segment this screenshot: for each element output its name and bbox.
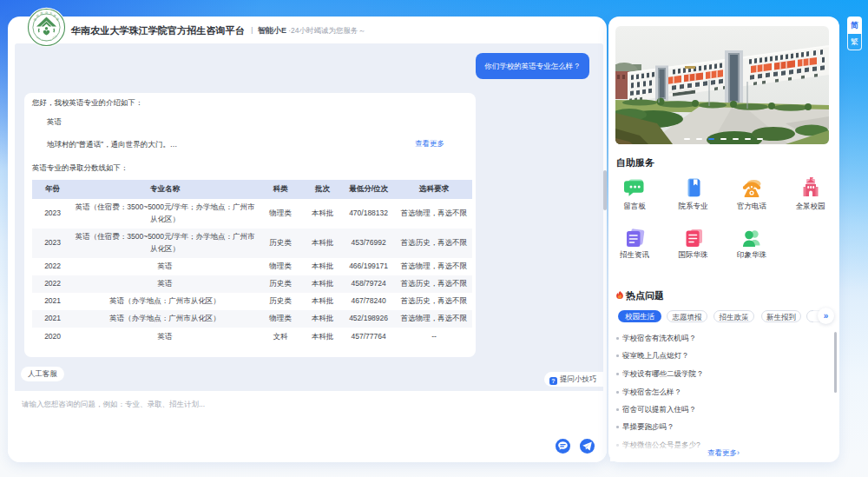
svg-text:业: 业 (45, 11, 49, 15)
svg-text:JIANG COL: JIANG COL (42, 39, 52, 41)
